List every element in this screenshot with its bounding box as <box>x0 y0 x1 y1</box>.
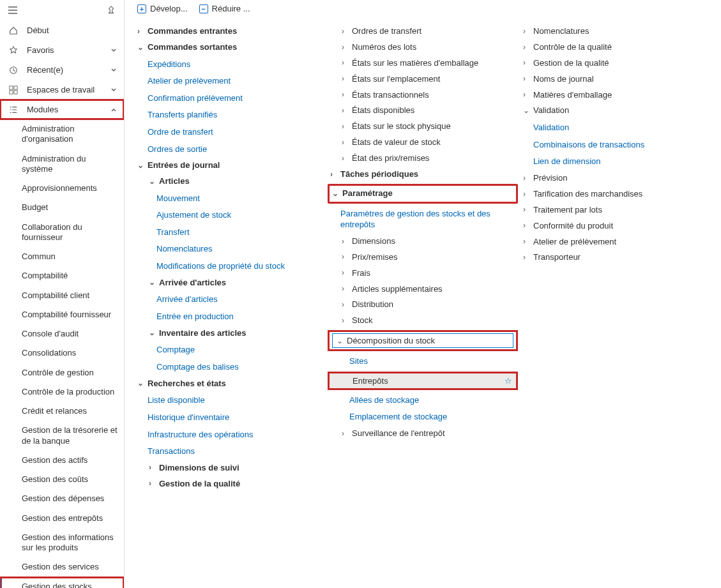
nav-favorites[interactable]: Favoris <box>0 40 124 60</box>
link-transfert[interactable]: Transfert <box>137 225 323 239</box>
node-distribution[interactable]: ›Distribution <box>330 298 515 312</box>
node-inventaire-articles[interactable]: ⌄Inventaire des articles <box>137 327 323 340</box>
node-commandes-sortantes[interactable]: ⌄Commandes sortantes <box>137 41 323 54</box>
node-prix-remises[interactable]: ›Prix/remises <box>330 251 515 264</box>
module-item[interactable]: Gestion des entrepôts <box>0 509 124 528</box>
node-arrivee-articles[interactable]: ⌄Arrivée d'articles <box>137 276 323 290</box>
node-decomposition-stock[interactable]: ⌄ Décomposition du stock <box>332 333 513 348</box>
module-item[interactable]: Console d'audit <box>0 324 124 343</box>
module-item[interactable]: Comptabilité <box>0 266 124 285</box>
node-conformite-produit[interactable]: ›Conformité du produit <box>523 220 708 233</box>
nav-home[interactable]: Début <box>0 20 124 40</box>
module-item[interactable]: Collaboration du fournisseur <box>0 218 124 248</box>
node-transporteur[interactable]: ›Transporteur <box>523 251 708 264</box>
link-ajustement-stock[interactable]: Ajustement de stock <box>137 208 323 222</box>
link-validation[interactable]: Validation <box>523 121 708 135</box>
node-dimensions-suivi[interactable]: ›Dimensions de suivi <box>137 462 323 475</box>
pin-icon[interactable] <box>105 4 118 17</box>
link-liste-disponible[interactable]: Liste disponible <box>137 393 323 407</box>
module-item[interactable]: Comptabilité fournisseur <box>0 305 124 324</box>
link-nomenclatures[interactable]: Nomenclatures <box>137 242 323 256</box>
module-item[interactable]: Budget <box>0 198 124 217</box>
node-surveillance-entrepot[interactable]: ›Surveillance de l'entrepôt <box>330 427 515 441</box>
nav-label: Début <box>27 26 118 35</box>
node-frais[interactable]: ›Frais <box>330 267 515 280</box>
module-item[interactable]: Commun <box>0 247 124 266</box>
node-etats-disponibles[interactable]: ›États disponibles <box>330 104 515 117</box>
node-tarification[interactable]: ›Tarification des marchandises <box>523 188 708 201</box>
node-validation[interactable]: ⌄Validation <box>523 104 708 117</box>
module-item[interactable]: Contrôle de la production <box>0 382 124 402</box>
module-item[interactable]: Gestion des actifs <box>0 451 124 470</box>
module-item[interactable]: Gestion de la trésorerie et de la banque <box>0 421 124 451</box>
node-etats-emplacement[interactable]: ›États sur l'emplacement <box>330 73 515 86</box>
hamburger-icon[interactable] <box>6 4 19 17</box>
node-etat-prix-remises[interactable]: ›État des prix/remises <box>330 152 515 165</box>
module-item[interactable]: Administration d'organisation <box>0 119 124 149</box>
link-modif-propriete[interactable]: Modifications de propriété du stock <box>137 259 323 273</box>
star-outline-icon[interactable]: ☆ <box>505 376 512 386</box>
node-commandes-entrantes[interactable]: ›Commandes entrantes <box>137 25 323 38</box>
module-item[interactable]: Consolidations <box>0 343 124 363</box>
link-arrivee-articles[interactable]: Arrivée d'articles <box>137 292 323 306</box>
node-matieres-emballage[interactable]: ›Matières d'emballage <box>523 89 708 102</box>
link-mouvement[interactable]: Mouvement <box>137 192 323 206</box>
link-infrastructure-operations[interactable]: Infrastructure des opérations <box>137 428 323 442</box>
node-parametrage[interactable]: ⌄Paramétrage <box>332 187 513 200</box>
node-controle-qualite[interactable]: ›Contrôle de la qualité <box>523 41 708 54</box>
node-etats-emballage[interactable]: ›États sur les matières d'emballage <box>330 57 515 70</box>
nav-workspaces[interactable]: Espaces de travail <box>0 80 124 100</box>
link-transferts-planifies[interactable]: Transferts planifiés <box>137 108 323 122</box>
module-item[interactable]: Contrôle de gestion <box>0 363 124 382</box>
node-nomenclatures[interactable]: ›Nomenclatures <box>523 25 708 38</box>
module-item[interactable]: Gestion des informations sur les produit… <box>0 528 124 558</box>
node-recherches-etats[interactable]: ⌄Recherches et états <box>137 377 323 391</box>
link-atelier-prelevement[interactable]: Atelier de prélèvement <box>137 74 323 88</box>
module-item[interactable]: Gestion des services <box>0 557 124 577</box>
node-ordres-transfert[interactable]: ›Ordres de transfert <box>330 25 515 38</box>
link-historique-inventaire[interactable]: Historique d'inventaire <box>137 411 323 425</box>
node-entrees-journal[interactable]: ⌄Entrées de journal <box>137 159 323 172</box>
link-comptage[interactable]: Comptage <box>137 343 323 357</box>
node-articles[interactable]: ⌄Articles <box>137 175 323 188</box>
node-noms-journal[interactable]: ›Noms de journal <box>523 73 708 86</box>
node-etats-valeur-stock[interactable]: ›États de valeur de stock <box>330 136 515 149</box>
link-comptage-balises[interactable]: Comptage des balises <box>137 360 323 374</box>
link-allees-stockage[interactable]: Allées de stockage <box>330 393 515 407</box>
module-item[interactable]: Gestion des dépenses <box>0 489 124 508</box>
link-confirmation-prelevement[interactable]: Confirmation prélèvement <box>137 91 323 105</box>
module-item[interactable]: Approvisionnements <box>0 179 124 198</box>
node-gestion-qualite[interactable]: ›Gestion de la qualité <box>523 57 708 70</box>
node-dimensions[interactable]: ›Dimensions <box>330 235 515 248</box>
link-transactions[interactable]: Transactions <box>137 444 323 458</box>
link-ordre-transfert[interactable]: Ordre de transfert <box>137 125 323 139</box>
node-prevision[interactable]: ›Prévision <box>523 172 708 185</box>
module-item-active[interactable]: Gestion des stocks <box>0 577 124 589</box>
link-entrepots[interactable]: Entrepôts ☆ <box>328 372 518 390</box>
nav-recent[interactable]: Récent(e) <box>0 60 124 80</box>
link-emplacement-stockage[interactable]: Emplacement de stockage <box>330 410 515 424</box>
node-numeros-lots[interactable]: ›Numéros des lots <box>330 41 515 54</box>
node-atelier-prelevement[interactable]: ›Atelier de prélèvement <box>523 236 708 249</box>
node-gestion-qualite[interactable]: ›Gestion de la qualité <box>137 478 323 491</box>
module-item[interactable]: Comptabilité client <box>0 286 124 305</box>
link-ordres-sortie[interactable]: Ordres de sortie <box>137 142 323 156</box>
node-articles-supplementaires[interactable]: ›Articles supplémentaires <box>330 283 515 296</box>
module-item[interactable]: Administration du système <box>0 149 124 179</box>
module-item[interactable]: Gestion des coûts <box>0 470 124 489</box>
link-sites[interactable]: Sites <box>330 354 515 368</box>
link-entree-production[interactable]: Entrée en production <box>137 310 323 324</box>
module-item[interactable]: Crédit et relances <box>0 402 124 421</box>
link-lien-dimension[interactable]: Lien de dimension <box>523 155 708 169</box>
node-traitement-lots[interactable]: ›Traitement par lots <box>523 204 708 217</box>
nav-modules[interactable]: Modules <box>0 100 124 119</box>
node-stock[interactable]: ›Stock <box>330 314 515 328</box>
link-expeditions[interactable]: Expéditions <box>137 57 323 72</box>
node-etats-stock-physique[interactable]: ›États sur le stock physique <box>330 120 515 133</box>
expand-all-button[interactable]: + Dévelop... <box>137 4 188 13</box>
collapse-all-button[interactable]: − Réduire ... <box>199 4 250 13</box>
link-combinaisons-transactions[interactable]: Combinaisons de transactions <box>523 138 708 152</box>
node-etats-transactionnels[interactable]: ›États transactionnels <box>330 89 515 102</box>
node-taches-periodiques[interactable]: ›Tâches périodiques <box>330 168 515 181</box>
link-parametres-gestion-stocks[interactable]: Paramètres de gestion des stocks et des … <box>330 207 515 232</box>
